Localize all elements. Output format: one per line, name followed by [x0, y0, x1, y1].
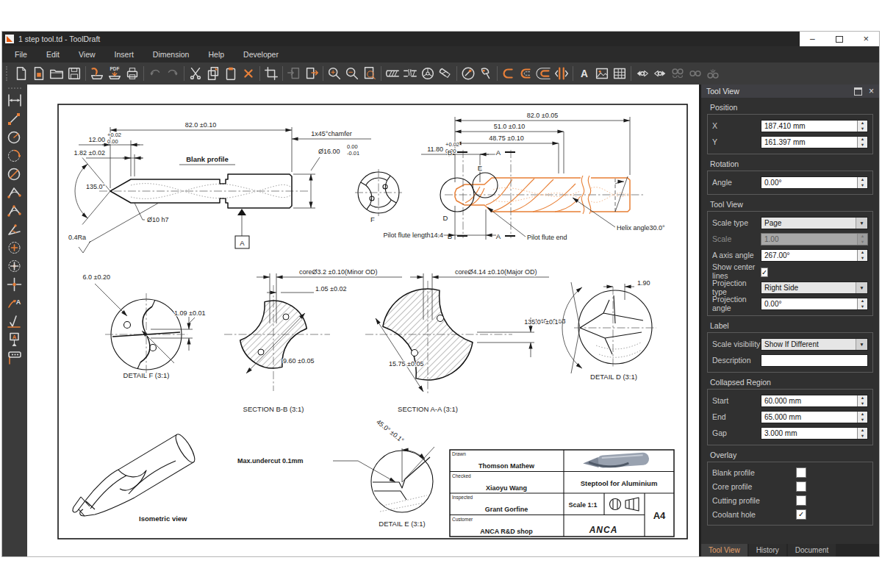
close-button[interactable]: ×	[863, 35, 869, 43]
image-button[interactable]	[593, 65, 611, 82]
end-input[interactable]: 65.000 mm▲▼	[761, 411, 868, 423]
undo-button[interactable]	[146, 65, 164, 82]
core-profile-button[interactable]	[517, 65, 535, 82]
spin-up-icon[interactable]: ▲	[858, 428, 867, 434]
menu-file[interactable]: File	[5, 48, 37, 61]
print-button[interactable]	[123, 65, 141, 82]
surface-finish-button[interactable]	[4, 312, 25, 330]
menu-help[interactable]: Help	[198, 48, 234, 61]
angle-dimension-button[interactable]	[4, 183, 25, 201]
center-mark-2-button[interactable]	[4, 257, 25, 275]
core-profile-checkbox[interactable]	[796, 481, 806, 492]
toolbar-drag-handle[interactable]	[6, 66, 10, 81]
spin-down-icon[interactable]: ▼	[858, 182, 867, 188]
mirror-left-button[interactable]	[634, 65, 651, 82]
export-page-button[interactable]	[303, 65, 320, 82]
gap-spinner[interactable]: ▲▼	[857, 428, 867, 439]
collapse-region-button[interactable]	[553, 65, 570, 82]
save-button[interactable]	[65, 65, 83, 82]
zoom-page-button[interactable]	[361, 65, 379, 82]
blank-profile-button[interactable]	[500, 65, 517, 82]
spin-up-icon[interactable]: ▲	[858, 298, 867, 304]
cutting-profile-button[interactable]	[535, 65, 553, 82]
maximize-button[interactable]	[836, 36, 843, 43]
zoom-out-button[interactable]	[343, 65, 361, 82]
link-views-button[interactable]	[669, 65, 686, 82]
menu-dimension[interactable]: Dimension	[143, 48, 199, 61]
angle-input[interactable]: 0.00°▲▼	[761, 176, 868, 189]
aligned-dimension-button[interactable]	[4, 110, 25, 128]
angle-spinner[interactable]: ▲▼	[857, 177, 867, 188]
diameter-dimension-button[interactable]	[4, 165, 25, 183]
spin-up-icon[interactable]: ▲	[858, 177, 867, 183]
spin-down-icon[interactable]: ▼	[858, 126, 867, 132]
end-spinner[interactable]: ▲▼	[857, 412, 867, 423]
y-input[interactable]: 161.397 mm▲▼	[761, 136, 868, 148]
leader-text-button[interactable]: A	[4, 293, 25, 312]
coolant-hole-checkbox[interactable]: ✓	[796, 509, 806, 520]
center-mark-button[interactable]	[4, 238, 25, 257]
spin-down-icon[interactable]: ▼	[858, 304, 867, 309]
projection-angle-spinner[interactable]: ▲▼	[857, 298, 867, 309]
cutting-profile-checkbox[interactable]	[796, 495, 806, 506]
datum-label-button[interactable]: A	[4, 330, 25, 348]
center-target-button[interactable]	[4, 275, 25, 293]
scale-type-dropdown[interactable]: Page▼	[761, 217, 868, 229]
spin-up-icon[interactable]: ▲	[858, 412, 867, 417]
cut-button[interactable]	[187, 65, 204, 82]
gap-input[interactable]: 3.000 mm▲▼	[761, 427, 868, 440]
spin-up-icon[interactable]: ▲	[858, 121, 867, 126]
blank-profile-checkbox[interactable]	[796, 467, 806, 478]
spin-down-icon[interactable]: ▼	[858, 433, 867, 439]
tab-document[interactable]: Document	[788, 544, 836, 556]
open-button[interactable]	[48, 65, 65, 82]
tool-rotate-button[interactable]	[477, 65, 495, 82]
close-panel-icon[interactable]: ×	[869, 88, 874, 95]
linear-dimension-button[interactable]	[4, 91, 25, 110]
float-panel-icon[interactable]	[854, 87, 862, 96]
delete-button[interactable]	[240, 65, 257, 82]
tab-tool-view[interactable]: Tool View	[701, 544, 747, 556]
spin-down-icon[interactable]: ▼	[858, 417, 867, 423]
angle-4pt-dimension-button[interactable]	[4, 201, 25, 220]
break-link-button[interactable]	[704, 65, 722, 82]
redo-button[interactable]	[164, 65, 182, 82]
y-spinner[interactable]: ▲▼	[857, 137, 867, 148]
table-button[interactable]	[611, 65, 628, 82]
angled-view-button[interactable]	[437, 65, 454, 82]
angle-line-dimension-button[interactable]	[4, 220, 25, 238]
projection-angle-input[interactable]: 0.00°▲▼	[761, 298, 868, 310]
minimize-button[interactable]: –	[810, 35, 815, 43]
paste-button[interactable]	[222, 65, 240, 82]
new-document-button[interactable]	[12, 65, 30, 82]
menu-view[interactable]: View	[69, 48, 105, 61]
tolerance-frame-button[interactable]	[4, 348, 25, 367]
spin-up-icon[interactable]: ▲	[858, 395, 867, 401]
collapsed-view-button[interactable]	[401, 65, 419, 82]
tool-orientation-button[interactable]	[459, 65, 477, 82]
menu-edit[interactable]: Edit	[37, 48, 69, 61]
text-button[interactable]: A	[576, 65, 593, 82]
description-input[interactable]	[761, 354, 868, 367]
zoom-in-button[interactable]	[326, 65, 343, 82]
x-input[interactable]: 187.410 mm▲▼	[761, 120, 868, 132]
dropdown-arrow-icon[interactable]: ▼	[856, 218, 867, 229]
menu-developer[interactable]: Developer	[234, 48, 288, 61]
new-from-template-button[interactable]	[30, 65, 48, 82]
x-spinner[interactable]: ▲▼	[857, 121, 867, 132]
a-axis-spinner[interactable]: ▲▼	[857, 250, 867, 261]
projection-type-dropdown[interactable]: Right Side▼	[761, 282, 868, 294]
start-input[interactable]: 60.000 mm▲▼	[761, 395, 868, 407]
copy-button[interactable]	[204, 65, 222, 82]
start-spinner[interactable]: ▲▼	[857, 395, 867, 406]
spin-down-icon[interactable]: ▼	[858, 401, 867, 406]
dropdown-arrow-icon[interactable]: ▼	[856, 282, 867, 293]
crop-button[interactable]	[262, 65, 280, 82]
spin-down-icon[interactable]: ▼	[858, 142, 867, 148]
a-axis-angle-input[interactable]: 267.00°▲▼	[761, 249, 868, 262]
arc-dimension-button[interactable]	[4, 146, 25, 165]
mirror-right-button[interactable]	[651, 65, 669, 82]
drawing-canvas[interactable]: Blank profile 82.0 ±0.10 12.00 +0.02 0.0…	[27, 85, 699, 556]
flute-view-button[interactable]	[384, 65, 401, 82]
dropdown-arrow-icon[interactable]: ▼	[856, 339, 867, 350]
